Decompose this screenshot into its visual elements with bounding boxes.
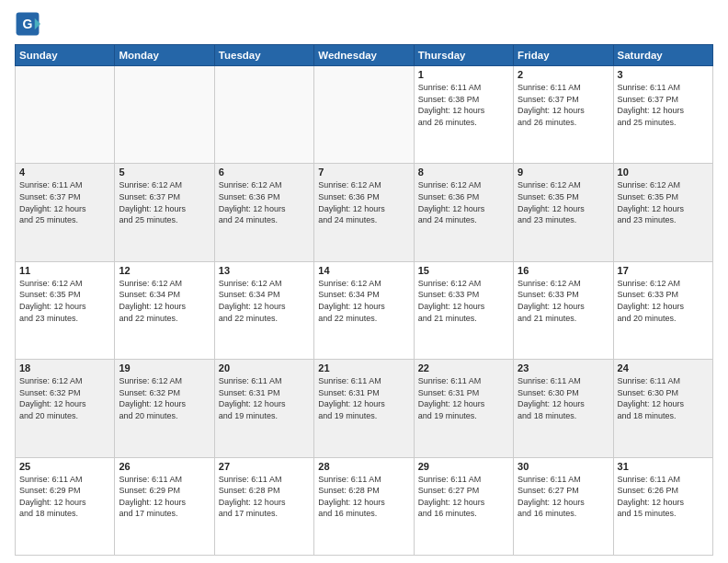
day-info: Sunrise: 6:11 AM Sunset: 6:37 PM Dayligh…: [19, 179, 110, 225]
day-number: 11: [19, 265, 110, 276]
day-info: Sunrise: 6:11 AM Sunset: 6:31 PM Dayligh…: [418, 375, 509, 421]
calendar-header-monday: Monday: [115, 45, 214, 66]
day-number: 10: [618, 167, 709, 178]
day-info: Sunrise: 6:12 AM Sunset: 6:32 PM Dayligh…: [19, 375, 110, 421]
calendar-day: 12Sunrise: 6:12 AM Sunset: 6:34 PM Dayli…: [115, 261, 214, 359]
svg-text:G: G: [23, 17, 33, 31]
calendar-week-5: 25Sunrise: 6:11 AM Sunset: 6:29 PM Dayli…: [16, 457, 713, 555]
calendar-week-3: 11Sunrise: 6:12 AM Sunset: 6:35 PM Dayli…: [16, 261, 713, 359]
calendar-day: 18Sunrise: 6:12 AM Sunset: 6:32 PM Dayli…: [16, 360, 115, 457]
calendar-day: 20Sunrise: 6:11 AM Sunset: 6:31 PM Dayli…: [214, 360, 313, 457]
calendar-day: 16Sunrise: 6:12 AM Sunset: 6:33 PM Dayli…: [514, 261, 613, 359]
day-number: 2: [518, 69, 609, 80]
day-info: Sunrise: 6:11 AM Sunset: 6:31 PM Dayligh…: [318, 375, 409, 421]
day-number: 15: [418, 265, 509, 276]
day-info: Sunrise: 6:12 AM Sunset: 6:35 PM Dayligh…: [518, 179, 609, 225]
calendar-day: 3Sunrise: 6:11 AM Sunset: 6:37 PM Daylig…: [613, 66, 712, 164]
day-info: Sunrise: 6:11 AM Sunset: 6:28 PM Dayligh…: [219, 474, 310, 520]
day-info: Sunrise: 6:11 AM Sunset: 6:30 PM Dayligh…: [518, 375, 609, 421]
day-info: Sunrise: 6:12 AM Sunset: 6:34 PM Dayligh…: [318, 278, 409, 324]
day-info: Sunrise: 6:12 AM Sunset: 6:34 PM Dayligh…: [119, 278, 210, 324]
calendar-day: 22Sunrise: 6:11 AM Sunset: 6:31 PM Dayli…: [414, 360, 513, 457]
calendar-day: 11Sunrise: 6:12 AM Sunset: 6:35 PM Dayli…: [16, 261, 115, 359]
day-number: 28: [318, 461, 409, 472]
day-number: 20: [219, 362, 310, 373]
day-info: Sunrise: 6:12 AM Sunset: 6:36 PM Dayligh…: [318, 179, 409, 225]
day-number: 6: [219, 167, 310, 178]
day-number: 22: [418, 362, 509, 373]
day-number: 4: [19, 167, 110, 178]
day-number: 19: [119, 362, 210, 373]
calendar-week-2: 4Sunrise: 6:11 AM Sunset: 6:37 PM Daylig…: [16, 164, 713, 261]
calendar-day: 26Sunrise: 6:11 AM Sunset: 6:29 PM Dayli…: [115, 457, 214, 555]
header: G: [15, 11, 713, 37]
calendar-day: [115, 66, 214, 164]
calendar-day: 6Sunrise: 6:12 AM Sunset: 6:36 PM Daylig…: [214, 164, 313, 261]
day-number: 26: [119, 461, 210, 472]
calendar-day: 19Sunrise: 6:12 AM Sunset: 6:32 PM Dayli…: [115, 360, 214, 457]
day-info: Sunrise: 6:12 AM Sunset: 6:32 PM Dayligh…: [119, 375, 210, 421]
day-info: Sunrise: 6:11 AM Sunset: 6:29 PM Dayligh…: [19, 474, 110, 520]
day-info: Sunrise: 6:12 AM Sunset: 6:37 PM Dayligh…: [119, 179, 210, 225]
day-info: Sunrise: 6:11 AM Sunset: 6:29 PM Dayligh…: [119, 474, 210, 520]
calendar-day: 28Sunrise: 6:11 AM Sunset: 6:28 PM Dayli…: [314, 457, 414, 555]
calendar-table: SundayMondayTuesdayWednesdayThursdayFrid…: [15, 44, 713, 556]
day-number: 29: [418, 461, 509, 472]
calendar-header-row: SundayMondayTuesdayWednesdayThursdayFrid…: [16, 45, 713, 66]
calendar-header-thursday: Thursday: [414, 45, 513, 66]
day-info: Sunrise: 6:11 AM Sunset: 6:38 PM Dayligh…: [418, 82, 509, 128]
day-number: 17: [618, 265, 709, 276]
day-number: 3: [618, 69, 709, 80]
calendar-header-saturday: Saturday: [613, 45, 712, 66]
day-number: 25: [19, 461, 110, 472]
day-number: 30: [518, 461, 609, 472]
calendar-day: 29Sunrise: 6:11 AM Sunset: 6:27 PM Dayli…: [414, 457, 513, 555]
day-number: 5: [119, 167, 210, 178]
day-info: Sunrise: 6:12 AM Sunset: 6:33 PM Dayligh…: [518, 278, 609, 324]
calendar-day: 7Sunrise: 6:12 AM Sunset: 6:36 PM Daylig…: [314, 164, 414, 261]
day-info: Sunrise: 6:12 AM Sunset: 6:36 PM Dayligh…: [219, 179, 310, 225]
calendar-day: 1Sunrise: 6:11 AM Sunset: 6:38 PM Daylig…: [414, 66, 513, 164]
calendar-week-4: 18Sunrise: 6:12 AM Sunset: 6:32 PM Dayli…: [16, 360, 713, 457]
day-number: 31: [618, 461, 709, 472]
calendar-day: 31Sunrise: 6:11 AM Sunset: 6:26 PM Dayli…: [613, 457, 712, 555]
day-number: 12: [119, 265, 210, 276]
day-number: 14: [318, 265, 409, 276]
day-info: Sunrise: 6:12 AM Sunset: 6:33 PM Dayligh…: [418, 278, 509, 324]
calendar-day: 8Sunrise: 6:12 AM Sunset: 6:36 PM Daylig…: [414, 164, 513, 261]
calendar-day: 30Sunrise: 6:11 AM Sunset: 6:27 PM Dayli…: [514, 457, 613, 555]
day-number: 27: [219, 461, 310, 472]
day-info: Sunrise: 6:11 AM Sunset: 6:28 PM Dayligh…: [318, 474, 409, 520]
calendar-day: [16, 66, 115, 164]
calendar-header-friday: Friday: [514, 45, 613, 66]
calendar-day: 9Sunrise: 6:12 AM Sunset: 6:35 PM Daylig…: [514, 164, 613, 261]
calendar-day: 27Sunrise: 6:11 AM Sunset: 6:28 PM Dayli…: [214, 457, 313, 555]
day-number: 1: [418, 69, 509, 80]
day-number: 21: [318, 362, 409, 373]
logo: G: [15, 11, 44, 37]
day-number: 23: [518, 362, 609, 373]
day-number: 9: [518, 167, 609, 178]
calendar-day: 21Sunrise: 6:11 AM Sunset: 6:31 PM Dayli…: [314, 360, 414, 457]
calendar-header-wednesday: Wednesday: [314, 45, 414, 66]
calendar-day: 5Sunrise: 6:12 AM Sunset: 6:37 PM Daylig…: [115, 164, 214, 261]
day-info: Sunrise: 6:11 AM Sunset: 6:27 PM Dayligh…: [518, 474, 609, 520]
day-info: Sunrise: 6:12 AM Sunset: 6:36 PM Dayligh…: [418, 179, 509, 225]
day-info: Sunrise: 6:11 AM Sunset: 6:37 PM Dayligh…: [518, 82, 609, 128]
calendar-day: 15Sunrise: 6:12 AM Sunset: 6:33 PM Dayli…: [414, 261, 513, 359]
day-number: 18: [19, 362, 110, 373]
calendar-week-1: 1Sunrise: 6:11 AM Sunset: 6:38 PM Daylig…: [16, 66, 713, 164]
calendar-day: [314, 66, 414, 164]
calendar-day: 4Sunrise: 6:11 AM Sunset: 6:37 PM Daylig…: [16, 164, 115, 261]
day-number: 13: [219, 265, 310, 276]
calendar-day: 2Sunrise: 6:11 AM Sunset: 6:37 PM Daylig…: [514, 66, 613, 164]
calendar-day: 10Sunrise: 6:12 AM Sunset: 6:35 PM Dayli…: [613, 164, 712, 261]
page: G SundayMondayTuesdayWednesdayThursdayFr…: [0, 0, 728, 563]
day-info: Sunrise: 6:11 AM Sunset: 6:31 PM Dayligh…: [219, 375, 310, 421]
calendar-header-sunday: Sunday: [16, 45, 115, 66]
day-number: 7: [318, 167, 409, 178]
calendar-day: 25Sunrise: 6:11 AM Sunset: 6:29 PM Dayli…: [16, 457, 115, 555]
day-info: Sunrise: 6:12 AM Sunset: 6:34 PM Dayligh…: [219, 278, 310, 324]
calendar-day: 24Sunrise: 6:11 AM Sunset: 6:30 PM Dayli…: [613, 360, 712, 457]
calendar-day: 23Sunrise: 6:11 AM Sunset: 6:30 PM Dayli…: [514, 360, 613, 457]
